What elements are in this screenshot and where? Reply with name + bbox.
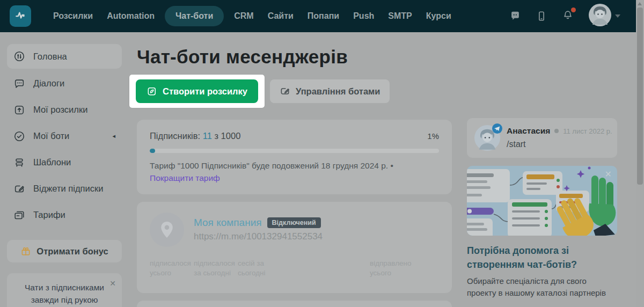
manage-bots-label: Управління ботами: [296, 86, 380, 97]
sidebar-promo-card: ✕ Чати з підписниками завжди під рукою: [7, 273, 122, 307]
nav-item-chatbots[interactable]: Чат-боти: [165, 6, 224, 26]
tariff-text: Тариф "1000 Підписників" буде подовжений…: [150, 161, 388, 170]
actions-row: Створити розсилку Управління ботами: [129, 75, 452, 108]
nav-item-push[interactable]: Push: [346, 6, 381, 26]
sidebar: Головна Діалоги Мої розсилки Мої боти ◂ …: [0, 32, 129, 307]
stat-label: підписалося усього: [150, 259, 194, 278]
sidebar-item-subscription-widgets[interactable]: Віджети підписки: [7, 176, 122, 202]
stat-label: підписалося за сьогодні: [194, 259, 238, 278]
nav-item-courses[interactable]: Курси: [419, 6, 458, 26]
page-scrollbar[interactable]: [636, 0, 644, 307]
sidebar-item-home[interactable]: Головна: [7, 44, 122, 69]
nav-item-crm[interactable]: CRM: [227, 6, 260, 26]
dialogs-icon: [13, 78, 25, 90]
collapse-arrow-icon[interactable]: ◂: [112, 133, 115, 140]
stat-label: сесій за сьогодні: [238, 259, 282, 278]
sidebar-item-label: Мої розсилки: [33, 105, 87, 115]
tariff-line: Тариф "1000 Підписників" буде подовжений…: [150, 159, 439, 185]
progress-fill: [150, 149, 155, 153]
notifications-bell-icon[interactable]: [562, 9, 574, 23]
tutorial-spotlight: Створити розсилку: [129, 75, 265, 108]
bots-icon: [13, 130, 25, 142]
campaigns-icon: [13, 104, 25, 116]
sidebar-item-label: Віджети підписки: [33, 184, 103, 194]
bot-stats-row: підписалося усього підписалося за сьогод…: [150, 259, 439, 278]
subscribers-progress-bar: [150, 149, 439, 153]
sendpulse-logo[interactable]: [10, 5, 31, 27]
top-navbar: Розсилки Automation Чат-боти CRM Сайти П…: [0, 0, 644, 32]
separator-dot: •: [390, 161, 393, 170]
sidebar-item-label: Шаблони: [33, 157, 71, 167]
subscriber-avatar: [474, 125, 500, 151]
location-pin-icon: [157, 220, 177, 240]
subscribers-card: Підписників: 11 з 1000 1% Тариф "1000 Пі…: [137, 120, 452, 194]
nav-item-rozsylky[interactable]: Розсилки: [46, 6, 100, 26]
bot-name-link[interactable]: Моя компания: [194, 217, 262, 229]
bonus-label: Отримати бонус: [36, 246, 108, 257]
templates-icon: [13, 157, 25, 169]
upgrade-tariff-link[interactable]: Покращити тариф: [150, 173, 220, 182]
nav-item-sites[interactable]: Сайти: [261, 6, 301, 26]
chevron-down-icon: [615, 14, 620, 18]
stat-label: відправлено усього: [370, 259, 423, 278]
create-campaign-label: Створити розсилку: [163, 86, 247, 97]
sidebar-item-pricing[interactable]: Тарифи: [7, 202, 122, 228]
subscriber-name: Анастасия: [507, 126, 550, 136]
sidebar-item-label: Діалоги: [33, 78, 64, 89]
widgets-icon: [13, 183, 25, 195]
right-column: Анастасия 11 лист 2022 р. /start ✕: [467, 32, 617, 307]
sidebar-item-label: Мої боти: [33, 131, 69, 141]
nav-item-popups[interactable]: Попапи: [301, 6, 346, 26]
nav-menu: Розсилки Automation Чат-боти CRM Сайти П…: [46, 6, 458, 26]
page-title: Чат-боти месенджерів: [137, 46, 452, 68]
sidebar-item-label: Тарифи: [33, 210, 65, 220]
help-body: Обирайте спеціаліста для свого проекту в…: [467, 275, 616, 299]
gift-icon: [20, 246, 31, 257]
partners-illustration-card: ✕: [467, 166, 617, 236]
promo-text: Чати з підписниками завжди під рукою: [19, 281, 110, 306]
close-icon[interactable]: ✕: [605, 169, 612, 179]
status-badge: Відключений: [267, 217, 321, 228]
manage-bots-icon: [280, 86, 290, 97]
nav-item-smtp[interactable]: SMTP: [381, 6, 419, 26]
subscribers-count-line: Підписників: 11 з 1000: [150, 131, 240, 141]
subscribers-total: з 1000: [214, 131, 240, 141]
mobile-app-icon[interactable]: [536, 10, 547, 22]
telegram-icon: [492, 123, 502, 136]
help-title: Потрібна допомога зі створенням чат-боті…: [467, 244, 598, 272]
pulse-icon: [13, 8, 27, 24]
subscribers-label: Підписників:: [150, 131, 200, 141]
manage-bots-button[interactable]: Управління ботами: [270, 79, 390, 103]
create-campaign-button[interactable]: Створити розсилку: [136, 79, 258, 103]
sidebar-item-my-campaigns[interactable]: Мої розсилки: [7, 97, 122, 123]
sidebar-item-label: Головна: [33, 52, 67, 62]
scrollbar-thumb[interactable]: [637, 8, 643, 185]
close-icon[interactable]: ✕: [109, 278, 116, 289]
last-message: /start: [507, 140, 612, 149]
usage-percent: 1%: [427, 131, 439, 141]
pricing-icon: [13, 209, 25, 221]
bot-avatar: [150, 213, 184, 247]
subscribers-count: 11: [203, 131, 212, 141]
main-content: Чат-боти месенджерів Створити розсилку У…: [137, 32, 452, 307]
chatbot-flow-illustration: [467, 166, 617, 236]
support-chat-icon[interactable]: [509, 10, 521, 22]
nav-item-automation[interactable]: Automation: [100, 6, 162, 26]
user-avatar: [588, 3, 612, 29]
sidebar-item-templates[interactable]: Шаблони: [7, 149, 122, 176]
get-bonus-button[interactable]: Отримати бонус: [7, 240, 122, 262]
bot-card: Моя компания Відключений https://m.me/10…: [137, 202, 452, 293]
chat-preview-card[interactable]: Анастасия 11 лист 2022 р. /start: [467, 118, 617, 158]
notification-badge: [571, 8, 576, 12]
next-bot-card-partial: [137, 301, 452, 307]
sidebar-item-my-bots[interactable]: Мої боти ◂: [7, 123, 122, 149]
account-menu[interactable]: [588, 3, 620, 29]
presence-dot: [554, 129, 559, 133]
compose-icon: [147, 86, 157, 97]
chat-date: 11 лист 2022 р.: [563, 127, 612, 135]
dashboard-icon: [13, 50, 25, 62]
sidebar-item-dialogs[interactable]: Діалоги: [7, 70, 122, 97]
navbar-right-icons: [509, 3, 620, 29]
bot-url: https://m.me/100132941552534: [194, 231, 323, 242]
scroll-up-arrow-icon[interactable]: [638, 2, 642, 5]
